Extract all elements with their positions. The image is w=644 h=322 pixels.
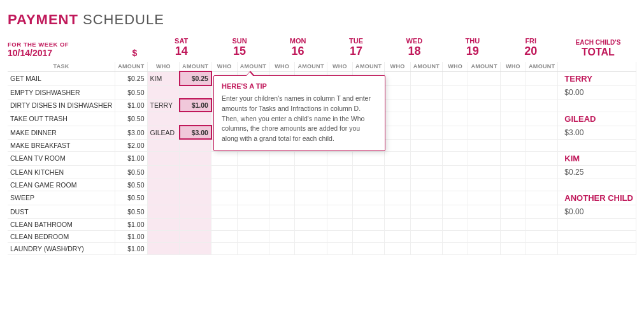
day-who[interactable] <box>443 126 468 139</box>
day-who[interactable] <box>385 165 410 179</box>
sat-who[interactable] <box>147 165 180 179</box>
day-who[interactable] <box>443 179 468 191</box>
day-who[interactable] <box>269 218 295 230</box>
day-who[interactable] <box>500 218 526 230</box>
day-who[interactable] <box>211 179 237 191</box>
day-who[interactable] <box>269 230 295 242</box>
day-who[interactable] <box>327 230 352 242</box>
day-who[interactable] <box>327 179 352 191</box>
day-amount <box>237 242 269 254</box>
day-who[interactable] <box>500 126 526 139</box>
day-who[interactable] <box>443 230 468 242</box>
day-who[interactable] <box>385 139 410 151</box>
day-who[interactable] <box>500 242 526 254</box>
day-thu: THU 19 <box>443 37 501 58</box>
sat-who[interactable] <box>147 205 180 218</box>
day-who[interactable] <box>443 139 468 151</box>
day-who[interactable] <box>211 242 237 254</box>
day-who[interactable] <box>443 205 468 218</box>
day-amount <box>468 218 500 230</box>
day-amount <box>295 191 327 205</box>
sat-who[interactable] <box>147 151 180 165</box>
sat-who[interactable]: KIM <box>147 71 180 85</box>
day-who[interactable] <box>385 179 410 191</box>
day-who[interactable] <box>443 151 468 165</box>
tooltip: HERE'S A TIP Enter your children's names… <box>213 75 385 151</box>
day-who[interactable] <box>327 191 352 205</box>
day-who[interactable] <box>443 191 468 205</box>
day-who[interactable] <box>269 191 295 205</box>
day-who[interactable] <box>385 85 410 99</box>
day-who[interactable] <box>327 205 352 218</box>
sat-who[interactable] <box>147 242 180 254</box>
col-header-amount-fri: AMOUNT <box>526 62 558 71</box>
day-who[interactable] <box>385 191 410 205</box>
col-header-task: TASK <box>8 62 115 71</box>
day-who[interactable] <box>269 179 295 191</box>
day-who[interactable] <box>211 230 237 242</box>
day-who[interactable] <box>211 151 237 165</box>
day-who[interactable] <box>385 230 410 242</box>
day-who[interactable] <box>211 191 237 205</box>
day-who[interactable] <box>211 205 237 218</box>
day-who[interactable] <box>500 85 526 99</box>
day-amount <box>468 112 500 126</box>
day-who[interactable] <box>327 151 352 165</box>
dollar-col: $ <box>117 48 152 58</box>
sat-who[interactable] <box>147 179 180 191</box>
sat-who[interactable] <box>147 218 180 230</box>
day-who[interactable] <box>500 99 526 112</box>
day-who[interactable] <box>269 242 295 254</box>
sat-who[interactable] <box>147 191 180 205</box>
day-who[interactable] <box>500 230 526 242</box>
day-who[interactable] <box>385 218 410 230</box>
day-who[interactable] <box>500 165 526 179</box>
sat-who[interactable] <box>147 230 180 242</box>
day-amount <box>526 85 558 99</box>
day-who[interactable] <box>443 242 468 254</box>
day-who[interactable] <box>385 71 410 85</box>
day-who[interactable] <box>500 112 526 126</box>
day-amount <box>295 218 327 230</box>
day-who[interactable] <box>443 218 468 230</box>
day-who[interactable] <box>443 71 468 85</box>
day-who[interactable] <box>443 112 468 126</box>
day-who[interactable] <box>443 85 468 99</box>
task-amount: $1.00 <box>115 99 147 112</box>
day-who[interactable] <box>385 205 410 218</box>
sat-who[interactable]: TERRY <box>147 99 180 112</box>
day-who[interactable] <box>500 151 526 165</box>
day-who[interactable] <box>500 205 526 218</box>
day-who[interactable] <box>327 242 352 254</box>
day-who[interactable] <box>211 165 237 179</box>
child-total-cell: ANOTHER CHILD <box>558 191 636 205</box>
sat-amount: $0.25 <box>180 71 211 85</box>
day-tue-num: 17 <box>327 45 385 58</box>
each-child-label: EACH CHILD'S <box>560 39 636 47</box>
day-who[interactable] <box>443 99 468 112</box>
day-who[interactable] <box>327 165 352 179</box>
col-header-amount-tue: AMOUNT <box>353 62 385 71</box>
day-who[interactable] <box>500 71 526 85</box>
day-who[interactable] <box>500 139 526 151</box>
day-who[interactable] <box>211 218 237 230</box>
sat-who[interactable] <box>147 112 180 126</box>
day-who[interactable] <box>500 179 526 191</box>
sat-amount <box>180 205 211 218</box>
sat-who[interactable]: GILEAD <box>147 126 180 139</box>
day-who[interactable] <box>327 218 352 230</box>
sat-who[interactable] <box>147 139 180 151</box>
day-who[interactable] <box>385 126 410 139</box>
day-who[interactable] <box>500 191 526 205</box>
day-who[interactable] <box>385 112 410 126</box>
day-amount <box>237 191 269 205</box>
sat-who[interactable] <box>147 85 180 99</box>
day-who[interactable] <box>269 151 295 165</box>
day-who[interactable] <box>269 165 295 179</box>
day-amount <box>410 230 442 242</box>
day-who[interactable] <box>385 242 410 254</box>
day-who[interactable] <box>385 151 410 165</box>
day-who[interactable] <box>443 165 468 179</box>
day-who[interactable] <box>269 205 295 218</box>
day-who[interactable] <box>385 99 410 112</box>
